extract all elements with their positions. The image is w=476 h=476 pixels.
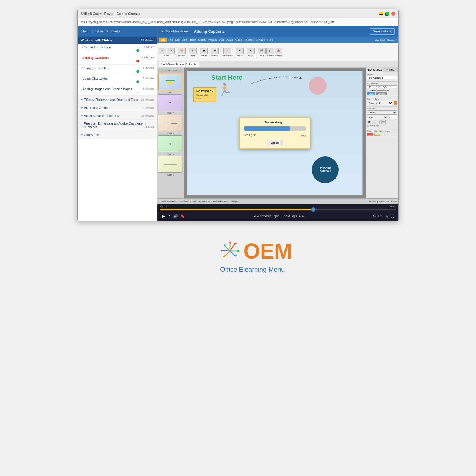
sidebar-group-header-effects[interactable]: + Effects, Rollovers and Drag and Drop 2… — [78, 96, 157, 104]
bold-btn[interactable]: B — [367, 120, 371, 124]
tool-btn-2[interactable]: ⊕ — [167, 48, 175, 54]
tool-btn-themes[interactable]: 🎨 — [178, 48, 186, 54]
cap-menu-insert[interactable]: Insert — [190, 38, 196, 41]
sidebar-item-images[interactable]: Adding Images and Smart Shapes 6 Minutes — [78, 85, 157, 96]
tool-btn-interactions[interactable]: ⚡ — [223, 48, 231, 54]
cap-menu-window[interactable]: Window — [256, 38, 265, 41]
tool-save[interactable]: 💾 Save — [258, 48, 266, 57]
font-size-input[interactable] — [389, 115, 397, 119]
caption-type-row: Transparent — [367, 101, 397, 105]
tool-label-slides: Slides — [164, 54, 169, 57]
prop-tab-timing[interactable]: TIMING — [383, 68, 398, 72]
sidebar-group-header-video[interactable]: + Video and Audio 7 Minutes — [78, 104, 157, 112]
browser-maximize-btn[interactable]: □ — [385, 12, 389, 16]
tool-btn-record[interactable]: ⏺ — [247, 48, 255, 54]
tool-interactions[interactable]: ⚡ Interactions — [222, 48, 233, 57]
menu-label[interactable]: Menu — [81, 29, 90, 33]
tool-slides[interactable]: + ⊕ Slides — [159, 48, 175, 57]
play-btn[interactable]: ▶ — [162, 213, 165, 219]
font-style-select[interactable]: Bold — [367, 115, 388, 119]
color-swatch[interactable] — [367, 133, 373, 136]
tool-objects[interactable]: ☰ Objects — [211, 48, 219, 57]
tool-preview[interactable]: ▷ Preview — [266, 48, 274, 57]
prev-topic-btn[interactable]: ◄◄ Previous Topic — [253, 214, 279, 218]
lms-progress-thumb[interactable] — [311, 207, 315, 212]
tool-btn-objects[interactable]: ☰ — [211, 48, 219, 54]
tool-media[interactable]: ▶ Media — [236, 48, 244, 57]
lms-progress-bar[interactable] — [160, 209, 396, 210]
tool-publish[interactable]: 📤 Publish — [275, 48, 282, 57]
fullscreen-btn[interactable]: ⛶ — [390, 214, 394, 218]
volume-btn[interactable]: 🔊 — [173, 214, 178, 218]
oem-logo: OEM — [220, 239, 292, 263]
prop-style-input[interactable] — [367, 85, 397, 88]
sidebar-item-duration: 6 Minutes — [136, 87, 154, 90]
sidebar-item-timeline[interactable]: Using the Timeline 8 Minutes — [78, 65, 157, 75]
cap-menu-quiz[interactable]: Quiz — [219, 38, 224, 41]
cap-menu-view[interactable]: View — [182, 38, 187, 41]
cap-menu-edit[interactable]: Edit — [175, 38, 180, 41]
cap-file-tab[interactable]: NorthGlenn Fitness Club.cptx — [159, 62, 199, 67]
sidebar-group-header-test[interactable]: + Course Test — [78, 131, 157, 139]
tool-btn-publish[interactable]: 📤 — [275, 48, 282, 54]
classic-btn[interactable]: Classic ▾ — [387, 39, 397, 41]
share-btn[interactable]: ⊞ — [385, 214, 389, 218]
sidebar-item-adding-captions[interactable]: Adding Captions 2 Minutes — [78, 54, 157, 65]
tool-btn-text[interactable]: T — [189, 48, 197, 54]
caption-type-select[interactable]: Transparent — [367, 101, 393, 105]
cc-btn[interactable]: CC — [378, 214, 383, 218]
bookmark-btn[interactable]: 🔖 — [180, 214, 185, 218]
highlight-swatch[interactable] — [374, 133, 380, 136]
live-chat-btn[interactable]: Live Chat — [375, 39, 385, 41]
sidebar-group-header-actions[interactable]: + Actions and Interactions 13 Minutes — [78, 112, 157, 120]
dialog-cancel-btn[interactable]: Cancel — [267, 140, 283, 145]
style-btn[interactable]: Style — [367, 92, 375, 95]
sidebar-item-characters[interactable]: Using Characters 7 Minutes — [78, 75, 157, 85]
prop-tab-properties[interactable]: PROPERTIES — [366, 68, 383, 72]
sidebar-item-course-intro[interactable]: Course Introduction 1 Minute — [78, 44, 157, 54]
dialog-progress-percent: 74% — [300, 134, 306, 137]
expand-icon: + — [81, 114, 83, 118]
sidebar-group-header-practice[interactable]: + Practice: Enhancing an Adobe Captivate… — [78, 120, 157, 131]
progress-wrapper[interactable] — [157, 209, 398, 210]
cap-menu-modify[interactable]: Modify — [198, 38, 206, 41]
tool-btn-1[interactable]: + — [159, 48, 166, 54]
close-panel-btn[interactable]: ◄ Close Menu Panel — [161, 30, 189, 33]
save-exit-btn[interactable]: Save and Exit — [370, 28, 395, 35]
browser-minimize-btn[interactable]: ─ — [379, 12, 383, 16]
filmstrip-thumb-5[interactable] — [158, 156, 182, 173]
cap-menu-themes[interactable]: Themes — [244, 38, 254, 41]
cap-menu-video[interactable]: Video — [235, 38, 242, 41]
rewind-btn[interactable]: ↺ — [167, 214, 171, 218]
character-label: Character — [367, 108, 397, 110]
settings-btn[interactable]: ⚙ — [372, 214, 376, 218]
tool-btn-save[interactable]: 💾 — [258, 48, 266, 54]
browser-close-btn[interactable] — [391, 12, 395, 16]
browser-addressbar[interactable]: cdnlibrary.skillport.com/courseware/Cont… — [78, 18, 398, 26]
cap-menu-audio[interactable]: Audio — [226, 38, 233, 41]
tool-btn-preview[interactable]: ▷ — [266, 48, 274, 54]
tool-record[interactable]: ⏺ Record — [247, 48, 255, 57]
cap-menu-file[interactable]: File — [169, 38, 173, 41]
tool-themes[interactable]: 🎨 Themes — [178, 48, 186, 57]
cap-menu-project[interactable]: Project — [208, 38, 217, 41]
prop-caption-name-input[interactable] — [367, 76, 397, 79]
tool-shapes[interactable]: ⬟ Shapes — [200, 48, 208, 57]
next-topic-btn[interactable]: Next Topic ►► — [284, 214, 304, 218]
filmstrip-thumb-1[interactable] — [158, 74, 182, 90]
options-btn[interactable]: Options — [376, 92, 387, 95]
tool-btn-shapes[interactable]: ⬟ — [200, 48, 208, 54]
filmstrip-thumb-4[interactable]: ★ — [158, 135, 182, 152]
replace-modified-checkbox[interactable] — [367, 89, 369, 91]
tool-btn-media[interactable]: ▶ — [236, 48, 244, 54]
cap-menu-help[interactable]: Help — [267, 38, 273, 41]
underline-btn[interactable]: U — [377, 120, 381, 124]
toc-label[interactable]: Table of Contents — [95, 29, 120, 33]
superscript-btn[interactable]: T² — [381, 120, 386, 124]
filmstrip-thumb-3[interactable] — [158, 115, 182, 131]
caption-color-swatch[interactable] — [394, 101, 397, 105]
italic-btn[interactable]: I — [372, 120, 376, 124]
tool-text[interactable]: T Text — [189, 48, 197, 57]
font-select[interactable]: Calibri — [367, 110, 397, 115]
filmstrip-thumb-2[interactable]: ✦ — [158, 94, 182, 111]
